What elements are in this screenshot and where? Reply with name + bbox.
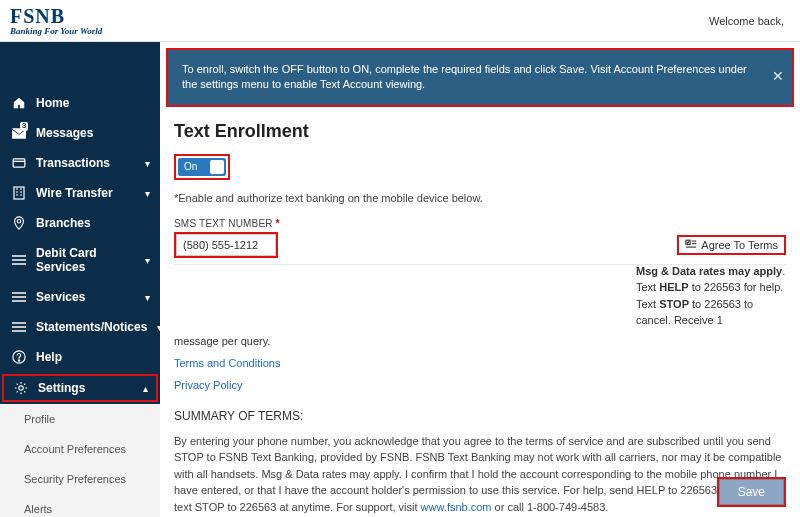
- svg-rect-1: [13, 159, 25, 167]
- sidebar-item-label: Transactions: [36, 156, 135, 170]
- list-icon: [12, 322, 26, 332]
- sidebar-item-messages[interactable]: 3 Messages: [0, 118, 160, 148]
- required-star: *: [276, 218, 280, 229]
- svg-point-10: [17, 220, 21, 224]
- sidebar-item-label: Branches: [36, 216, 150, 230]
- chevron-up-icon: ▴: [143, 383, 148, 394]
- toggle-knob: [210, 160, 224, 174]
- banner-text: To enroll, switch the OFF button to ON, …: [182, 63, 747, 90]
- svg-point-22: [19, 386, 23, 390]
- sidebar-item-statements[interactable]: Statements/Notices ▾: [0, 312, 160, 342]
- sidebar-item-settings[interactable]: Settings ▴: [2, 374, 158, 402]
- welcome-text: Welcome back,: [709, 15, 784, 27]
- agree-to-terms[interactable]: Agree To Terms: [677, 235, 786, 255]
- fsnb-link[interactable]: www.fsnb.com: [421, 501, 492, 513]
- submenu-alerts[interactable]: Alerts: [0, 494, 160, 517]
- sidebar-item-wire-transfer[interactable]: Wire Transfer ▾: [0, 178, 160, 208]
- chevron-down-icon: ▾: [145, 158, 150, 169]
- toggle-label: On: [184, 161, 197, 172]
- chevron-down-icon: ▾: [145, 188, 150, 199]
- sms-text-input[interactable]: [176, 234, 276, 256]
- info-banner: To enroll, switch the OFF button to ON, …: [166, 48, 794, 107]
- list-icon: [12, 255, 26, 265]
- sidebar-item-debit-card[interactable]: Debit Card Services ▾: [0, 238, 160, 282]
- submenu-profile[interactable]: Profile: [0, 404, 160, 434]
- logo: FSNB Banking For Your World: [10, 5, 102, 36]
- building-icon: [12, 186, 26, 200]
- close-icon[interactable]: ✕: [772, 68, 784, 88]
- sidebar-item-transactions[interactable]: Transactions ▾: [0, 148, 160, 178]
- rates-text: Msg & Data rates may apply. Text HELP to…: [636, 263, 786, 329]
- gear-icon: [14, 381, 28, 395]
- sidebar-item-services[interactable]: Services ▾: [0, 282, 160, 312]
- sidebar-item-label: Wire Transfer: [36, 186, 135, 200]
- list-icon: [12, 292, 26, 302]
- settings-submenu: Profile Account Preferences Security Pre…: [0, 404, 160, 517]
- save-button[interactable]: Save: [719, 479, 784, 505]
- submenu-account-preferences[interactable]: Account Preferences: [0, 434, 160, 464]
- chevron-down-icon: ▾: [145, 255, 150, 266]
- rates-stop: STOP: [659, 298, 689, 310]
- save-highlight: Save: [717, 477, 786, 507]
- logo-tagline: Banking For Your World: [10, 26, 102, 36]
- svg-point-21: [18, 360, 19, 361]
- help-icon: [12, 350, 26, 364]
- sms-label-text: SMS TEXT NUMBER: [174, 218, 273, 229]
- message-per-query: message per query.: [174, 335, 786, 347]
- summary-heading: SUMMARY OF TERMS:: [174, 409, 786, 423]
- messages-badge: 3: [20, 122, 28, 131]
- sidebar-item-label: Statements/Notices: [36, 320, 147, 334]
- sidebar-item-label: Services: [36, 290, 135, 304]
- privacy-link[interactable]: Privacy Policy: [174, 379, 786, 391]
- sidebar-item-label: Help: [36, 350, 150, 364]
- home-icon: [12, 96, 26, 110]
- app-header: FSNB Banking For Your World Welcome back…: [0, 0, 800, 42]
- chevron-down-icon: ▾: [145, 292, 150, 303]
- pin-icon: [12, 216, 26, 230]
- logo-text: FSNB: [10, 5, 102, 28]
- checklist-icon: [685, 239, 697, 250]
- page-title: Text Enrollment: [174, 121, 786, 142]
- sidebar-item-label: Debit Card Services: [36, 246, 135, 274]
- content-area: Text Enrollment On *Enable and authorize…: [160, 107, 800, 517]
- sidebar-item-label: Settings: [38, 381, 133, 395]
- sms-label: SMS TEXT NUMBER *: [174, 218, 786, 229]
- sidebar-item-label: Messages: [36, 126, 150, 140]
- sidebar-item-branches[interactable]: Branches: [0, 208, 160, 238]
- submenu-security-preferences[interactable]: Security Preferences: [0, 464, 160, 494]
- card-icon: [12, 158, 26, 168]
- sidebar-item-home[interactable]: Home: [0, 88, 160, 118]
- summary-post: or call 1-800-749-4583.: [492, 501, 609, 513]
- terms-link[interactable]: Terms and Conditions: [174, 357, 786, 369]
- agree-label: Agree To Terms: [701, 239, 778, 251]
- sidebar-item-help[interactable]: Help: [0, 342, 160, 372]
- sidebar: Home 3 Messages Transactions ▾ Wire Tran…: [0, 42, 160, 517]
- summary-body: By entering your phone number, you ackno…: [174, 433, 786, 516]
- rates-bold1: Msg & Data rates may apply: [636, 265, 782, 277]
- enrollment-toggle[interactable]: On: [178, 158, 226, 176]
- main-panel: To enroll, switch the OFF button to ON, …: [160, 42, 800, 517]
- sms-input-highlight: [174, 232, 278, 258]
- svg-rect-3: [14, 187, 24, 199]
- sidebar-item-label: Home: [36, 96, 150, 110]
- toggle-highlight: On: [174, 154, 230, 180]
- enable-description: *Enable and authorize text banking on th…: [174, 192, 786, 204]
- rates-help: HELP: [659, 281, 688, 293]
